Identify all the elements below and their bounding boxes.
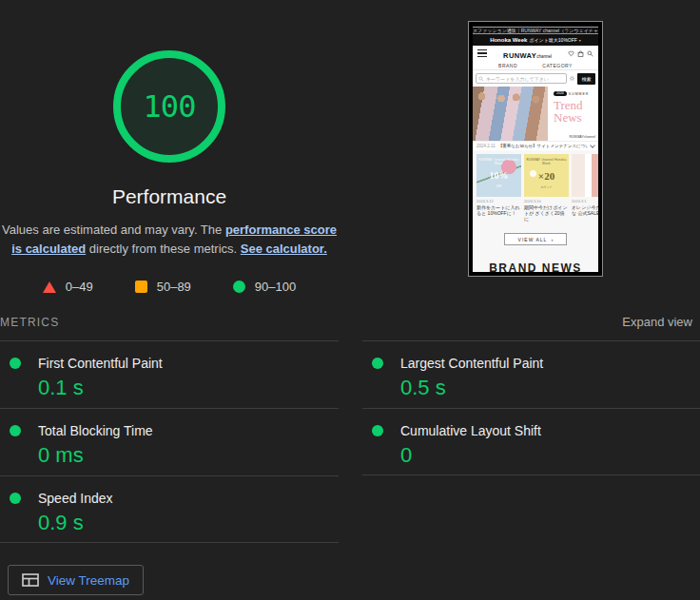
thumb-view-all-button: VIEW ALL › [504,233,567,245]
thumbnail-screen: レディースファッション通販｜RUNWAY channel（ランウェイチャンネル）… [473,26,598,272]
search-icon [478,76,484,82]
gear-icon [569,75,575,82]
thumb-hero-badge-text: SUMMER [569,92,590,96]
view-treemap-label: View Treemap [48,573,129,588]
metric-name: Speed Index [38,491,339,506]
legend-item-pass: 90–100 [233,280,296,294]
expand-view-button[interactable]: Expand view [622,315,692,329]
performance-score-section: 100 Performance Values are estimated and… [0,0,339,294]
thumb-card-image-yellow: RUNWAY channel Honoka Week ×20 ポイント [524,154,569,197]
thumb-hero-credit: RUNWAYchannel [570,135,595,139]
thumb-logo-main: RUNWAY [503,51,536,60]
see-calculator-link[interactable]: See calculator. [241,242,327,256]
chevron-right-icon: › [551,237,553,242]
red-triangle-icon [43,281,56,293]
thumb-card-foot: OFF [476,184,521,188]
legend-item-average: 50–89 [135,280,191,294]
thumb-hero: 2024 SUMMER Trend News RUNWAYchannel [473,87,598,141]
metric-total-blocking-time: Total Blocking Time 0 ms [0,408,339,475]
metrics-grid: First Contentful Paint 0.1 s Total Block… [0,340,700,543]
metric-status-icon [372,425,383,436]
metric-value: 0 ms [38,443,339,468]
metric-cumulative-layout-shift: Cumulative Layout Shift 0 [362,408,700,475]
thumb-card-head: RUNWAY channel Honoka Week [524,154,569,165]
metrics-caption: METRICS [0,316,59,329]
metric-largest-contentful-paint: Largest Contentful Paint 0.5 s [362,340,700,408]
thumb-hero-panel: 2024 SUMMER Trend News RUNWAYchannel [548,87,598,141]
thumb-card-image-blue: RUNWAY channel Honoka Week 10% OFF [476,154,521,197]
score-legend: 0–49 50–89 90–100 [0,280,339,294]
metrics-column-left: First Contentful Paint 0.1 s Total Block… [0,340,339,543]
legend-item-fail: 0–49 [43,280,93,294]
thumb-promo-brand: Honoka Week [490,37,527,43]
metric-value: 0.9 s [38,511,339,535]
hamburger-icon [477,49,487,58]
thumb-card-caption: 新作をカートに入れると 10%OFFに！ [476,204,521,216]
view-treemap-button[interactable]: View Treemap [8,565,144,595]
metric-name: Cumulative Layout Shift [400,423,700,438]
thumb-card-caption: オレンジ今だけお得な 公式SALE [572,204,598,216]
metric-status-icon [10,358,21,369]
metric-speed-index: Speed Index 0.9 s [0,475,339,543]
shopping-bag-icon [577,50,584,57]
thumb-card-date: 2024.3.12 [476,199,521,203]
thumb-card-badge-dot [530,170,536,177]
metrics-header: METRICS Expand view [0,315,692,329]
thumb-card-head: RUNWAY channel Honoka Week [476,154,521,165]
metric-status-icon [10,425,21,436]
metric-value: 0 [400,443,700,468]
thumb-promo-card: 2024.3.1 オレンジ今だけお得な 公式SALE [572,154,598,222]
thumb-search-input: キーワードを入力して下さい [476,73,567,84]
metric-name: Largest Contentful Paint [400,356,700,371]
legend-range-fail: 0–49 [66,280,93,294]
green-circle-icon [233,281,245,293]
treemap-icon [22,573,39,587]
metric-name: Total Blocking Time [38,423,339,438]
score-description: Values are estimated and may vary. The p… [2,221,337,259]
thumb-site-header: RUNWAYchannel [473,46,598,61]
thumb-hero-badge: 2024 [554,91,567,96]
thumb-view-all-label: VIEW ALL [518,237,548,242]
thumb-search-button: 検索 [577,73,595,85]
search-icon [587,50,593,57]
thumb-search-row: キーワードを入力して下さい 検索 [473,70,598,87]
thumb-search-placeholder: キーワードを入力して下さい [486,76,549,82]
metric-value: 0.1 s [38,376,339,400]
thumb-logo: RUNWAYchannel [487,45,568,62]
thumb-card-big-text: 10% [476,170,521,181]
thumb-brand-news-heading: BRAND NEWS [473,261,598,272]
thumb-news-date: 2024.2.11 [476,144,496,148]
description-text-2: directly from these metrics. [86,242,241,256]
legend-range-pass: 90–100 [255,280,296,294]
metric-status-icon [10,493,21,504]
thumb-promo-card: RUNWAY channel Honoka Week ×20 ポイント 2024… [524,154,569,222]
thumb-site-title: レディースファッション通販｜RUNWAY channel（ランウェイチャンネル） [473,27,598,34]
heart-icon [568,50,574,57]
thumb-logo-sub: channel [536,54,552,59]
legend-range-average: 50–89 [157,280,191,294]
thumb-card-caption: 期間中今だけポイントが ざくざく20倍に [524,204,569,222]
thumb-news-text: 【重要なお知らせ】サイトメンテナンスについて [498,144,588,148]
thumb-header-icons [568,50,593,57]
metric-value: 0.5 s [400,376,700,400]
metric-status-icon [372,358,383,369]
performance-score-value: 100 [144,88,196,125]
thumb-card-carousel: RUNWAY channel Honoka Week 10% OFF 2024.… [473,154,598,222]
metric-first-contentful-paint: First Contentful Paint 0.1 s [0,340,339,408]
performance-title: Performance [0,185,339,208]
chevron-down-icon [590,143,595,148]
thumb-nav-brand: BRAND [498,63,517,68]
thumb-promo-section: RUNWAY channel Honoka Week 10% OFF 2024.… [473,150,598,272]
thumb-card-image-pink [572,154,598,197]
thumb-hero-photo [473,87,548,141]
thumb-nav-category: CATEGORY [542,63,573,68]
caret-down-icon: ▾ [579,38,581,43]
thumb-nav: BRAND CATEGORY [473,61,598,70]
thumb-card-foot: ポイント [524,185,569,189]
performance-gauge[interactable]: 100 [113,50,225,163]
final-screenshot-thumbnail: レディースファッション通販｜RUNWAY channel（ランウェイチャンネル）… [468,21,603,277]
thumb-topbar-title: レディースファッション通販｜RUNWAY channel（ランウェイチャンネル） [473,26,598,34]
thumb-news-bar: 2024.2.11 【重要なお知らせ】サイトメンテナンスについて [473,141,598,150]
thumb-card-date: 2024.3.10 [524,199,569,203]
metric-name: First Contentful Paint [38,356,339,371]
